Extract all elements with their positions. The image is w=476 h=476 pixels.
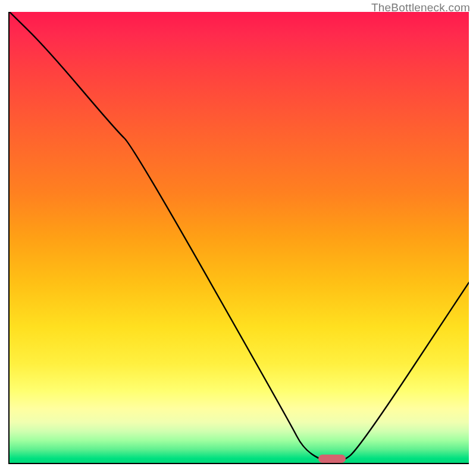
optimal-marker	[318, 455, 346, 463]
chart-plot-area	[8, 12, 469, 464]
chart-gradient-background	[10, 12, 469, 463]
